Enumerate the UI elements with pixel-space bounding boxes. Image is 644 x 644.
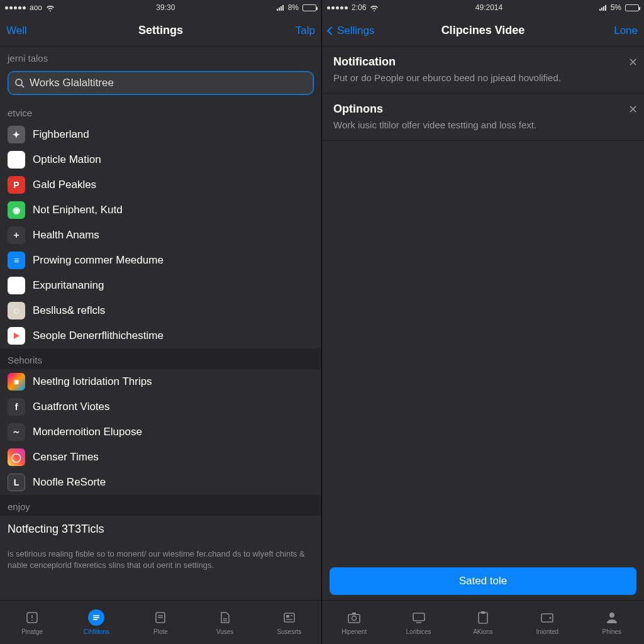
signal-icon <box>327 6 348 9</box>
left-screen: aoo 39:30 8% Well Settings Talp <box>0 0 322 644</box>
list-item[interactable]: Seople Denerrflithichestime <box>0 323 321 348</box>
svg-rect-19 <box>286 615 289 618</box>
close-icon[interactable]: ✕ <box>628 55 638 69</box>
nav-back-button[interactable]: Sellings <box>328 25 379 37</box>
list-item[interactable]: ≡ Prowing commer Meedume <box>0 248 321 273</box>
card-subtitle: Work iusic tltilor olfer videe testting … <box>333 119 633 130</box>
wave-icon: ～ <box>8 423 25 441</box>
nav-bar: Sellings Clipcines Videe Lone <box>322 15 644 47</box>
nav-title: Clipcines Videe <box>379 24 587 37</box>
tab-susesrts[interactable]: Susesrts <box>257 609 321 635</box>
instagram-icon: ◯ <box>8 448 25 466</box>
svg-rect-25 <box>605 5 606 11</box>
svg-marker-6 <box>14 333 19 339</box>
doc-icon <box>152 609 169 626</box>
nav-back-button[interactable]: Well <box>6 25 57 37</box>
search-input[interactable]: Works Glalaltitree <box>8 71 314 95</box>
svg-point-27 <box>352 616 357 621</box>
battery-icon <box>303 4 316 11</box>
section-header: jerni talos <box>0 47 321 67</box>
nav-action-button[interactable]: Talp <box>265 25 315 37</box>
list-item[interactable]: ＋ Health Anams <box>0 223 321 248</box>
star-icon: ✦ <box>8 126 25 143</box>
app-icon: P <box>8 176 25 194</box>
monitor-icon <box>411 609 427 626</box>
person-icon: ☺ <box>8 302 25 319</box>
status-time-left: 2:06 <box>352 3 366 12</box>
globe-icon: ◉ <box>8 201 25 219</box>
status-bar: aoo 39:30 8% <box>0 0 321 15</box>
right-screen: 2:06 49:2014 5% Sellings Clipcines Videe <box>322 0 644 644</box>
app-icon: ▦ <box>8 151 25 169</box>
card-subtitle: Put or do People our eburco beed no jpie… <box>333 72 633 83</box>
tab-inionted[interactable]: Inionted <box>515 609 579 635</box>
tab-loribices[interactable]: Loribices <box>386 609 450 635</box>
list-item[interactable]: Notfecting 3T3Ticls <box>0 516 321 542</box>
tab-plote[interactable]: Plote <box>128 609 192 635</box>
section-header: Sehorits <box>0 348 321 369</box>
status-time: 49:2014 <box>475 3 502 12</box>
card-title: Optinons <box>333 103 633 116</box>
facebook-icon: f <box>8 398 25 416</box>
tab-cihfitions[interactable]: Cihfitions <box>64 609 128 635</box>
nav-action-button[interactable]: Lone <box>587 25 638 37</box>
file-icon <box>217 609 233 626</box>
list-item[interactable]: ✦ Fighberland <box>0 122 321 147</box>
list-item[interactable]: ▦ Opticle Mation <box>0 147 321 172</box>
news-icon <box>281 609 297 626</box>
footnote-text: is setirious realing fisble so to monent… <box>0 542 321 578</box>
settings-list: ■ Neetlng Iotridation Thrips f Guatfront… <box>0 369 321 495</box>
svg-point-4 <box>16 79 22 86</box>
notification-card: Notification Put or do People our eburco… <box>322 47 644 94</box>
list-item[interactable]: L Noofle ReSorte <box>0 470 321 495</box>
list-item[interactable]: P Gald Peakles <box>0 172 321 197</box>
list-item[interactable]: ☺ Besllus& reflcls <box>0 298 321 323</box>
svg-rect-24 <box>603 6 604 11</box>
plus-icon: ＋ <box>8 226 25 244</box>
tab-vuses[interactable]: Vuses <box>193 609 257 635</box>
save-button[interactable]: Sated tole <box>330 567 636 595</box>
svg-rect-29 <box>413 613 425 621</box>
clipboard-icon <box>475 609 491 626</box>
svg-rect-1 <box>279 8 280 11</box>
svg-rect-0 <box>277 9 278 11</box>
tab-pinatge[interactable]: Pinatge <box>0 609 64 635</box>
svg-rect-2 <box>280 6 282 11</box>
status-bar: 2:06 49:2014 5% <box>322 0 644 15</box>
alert-icon <box>24 609 40 626</box>
carrier-label: aoo <box>30 3 42 12</box>
chevron-left-icon <box>327 26 336 35</box>
search-icon <box>14 78 25 88</box>
app-icon: ■ <box>8 373 25 391</box>
wifi-icon <box>46 4 55 11</box>
person-icon <box>604 609 620 626</box>
svg-rect-32 <box>481 611 485 614</box>
search-text: Works Glalaltitree <box>30 77 114 89</box>
tab-hipenent[interactable]: Hipenent <box>322 609 386 635</box>
section-header: enjoy <box>0 495 321 516</box>
list-item[interactable]: ■ Neetlng Iotridation Thrips <box>0 369 321 394</box>
card-title: Notification <box>333 55 633 69</box>
tab-phines[interactable]: Phines <box>580 609 644 635</box>
cell-icon <box>599 4 607 11</box>
list-item[interactable]: f Guatfront Viotes <box>0 394 321 419</box>
signal-icon <box>5 6 26 9</box>
svg-point-9 <box>31 619 33 621</box>
tab-akions[interactable]: AKions <box>451 609 515 635</box>
list-item[interactable]: ◉ Not Eniphent, Kutd <box>0 197 321 223</box>
close-icon[interactable]: ✕ <box>628 103 638 116</box>
list-item[interactable]: ◯ Censer Times <box>0 445 321 470</box>
wallet-icon <box>539 609 555 626</box>
svg-rect-23 <box>601 8 602 11</box>
status-time: 39:30 <box>156 3 175 12</box>
battery-pct: 8% <box>288 3 299 12</box>
list-item[interactable]: P Expuritananing <box>0 273 321 298</box>
list-item[interactable]: ～ Mondernoition Elupose <box>0 419 321 445</box>
options-card: Optinons Work iusic tltilor olfer videe … <box>322 94 644 141</box>
battery-icon <box>625 4 639 11</box>
list-icon: ≡ <box>8 252 25 269</box>
svg-rect-28 <box>352 613 356 614</box>
settings-list: ✦ Fighberland ▦ Opticle Mation P Gald Pe… <box>0 122 321 348</box>
svg-rect-31 <box>479 613 487 623</box>
svg-line-5 <box>21 85 24 87</box>
